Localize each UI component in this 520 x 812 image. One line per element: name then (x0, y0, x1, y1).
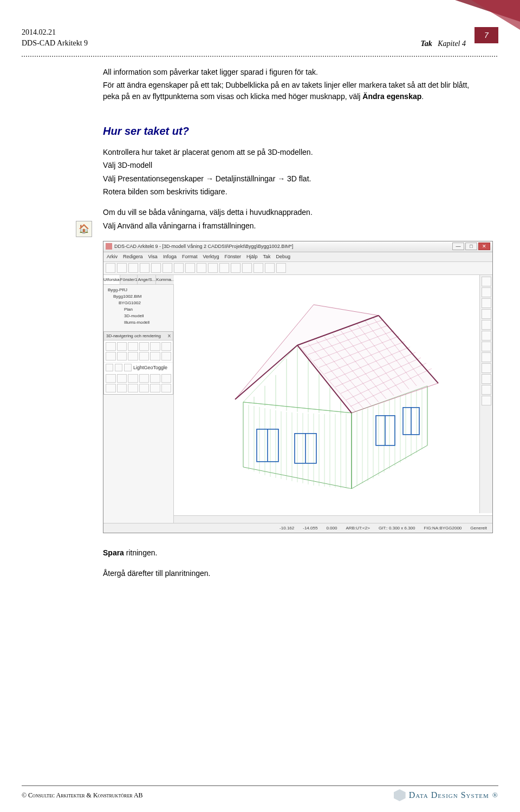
menu-format[interactable]: Format (182, 253, 198, 260)
palette-button[interactable] (139, 342, 150, 351)
palette-button[interactable] (128, 352, 138, 361)
right-toolbar-button[interactable] (482, 309, 491, 319)
right-toolbar-button[interactable] (482, 385, 491, 395)
palette-button[interactable] (150, 374, 160, 383)
tab-ange[interactable]: Ange/S... (138, 275, 156, 284)
palette-button[interactable] (161, 384, 172, 392)
toolbar-button[interactable] (253, 263, 263, 273)
toolbar-button[interactable] (242, 263, 252, 273)
palette-button[interactable] (124, 364, 132, 371)
minimize-button[interactable]: — (452, 243, 464, 250)
maximize-button[interactable]: □ (465, 243, 477, 250)
right-toolbar-button[interactable] (482, 352, 491, 362)
toolbar-button[interactable] (185, 263, 195, 273)
footer-row: © Consultec Arkitekter & Konstruktörer A… (22, 789, 498, 801)
toolbar-button[interactable] (106, 263, 115, 273)
right-toolbar-button[interactable] (482, 374, 491, 384)
tab-fonster[interactable]: Fönster1 (120, 275, 138, 284)
header-row: 2014.02.21 DDS-CAD Arkitekt 9 Tak Kapite… (22, 27, 498, 48)
toolbar-button[interactable] (151, 263, 161, 273)
spara-rest: ritningen. (124, 548, 157, 557)
tree-item[interactable]: Plan (106, 306, 171, 313)
toolbar-button[interactable] (276, 263, 286, 273)
palette-button[interactable] (117, 384, 127, 392)
right-toolbar-button[interactable] (482, 396, 491, 405)
palette-button[interactable] (150, 342, 160, 351)
toolbar-button[interactable] (174, 263, 184, 273)
tree-item[interactable]: 3D-modell (106, 313, 171, 319)
palette-button[interactable] (161, 352, 172, 361)
close-button[interactable]: ✕ (478, 243, 490, 250)
tree-item[interactable]: Bygg-PRJ (106, 287, 171, 293)
left-panel: Utforska Fönster1 Ange/S... Komma... Byg… (103, 275, 174, 523)
right-toolbar-button[interactable] (482, 342, 491, 351)
palette-button[interactable] (115, 364, 122, 371)
menu-visa[interactable]: Visa (148, 253, 158, 260)
palette-button[interactable] (128, 342, 138, 351)
palette-button[interactable] (161, 342, 172, 351)
menu-infoga[interactable]: Infoga (163, 253, 177, 260)
palette-button[interactable] (117, 342, 127, 351)
window-buttons: — □ ✕ (452, 243, 490, 250)
right-toolbar-button[interactable] (482, 287, 491, 297)
toolbar-button[interactable] (197, 263, 206, 273)
app-body: Utforska Fönster1 Ange/S... Komma... Byg… (103, 275, 492, 523)
palette-button[interactable] (117, 352, 127, 361)
palette-button[interactable] (106, 364, 113, 371)
tab-komma[interactable]: Komma... (156, 275, 175, 284)
palette-button[interactable] (117, 374, 127, 383)
palette-button[interactable] (150, 384, 160, 392)
menu-debug[interactable]: Debug (276, 253, 291, 260)
toolbar-button[interactable] (208, 263, 218, 273)
tab-utforska[interactable]: Utforska (103, 275, 120, 284)
palette-title: 3D-navigering och rendering X (104, 332, 173, 341)
palette-button[interactable] (139, 352, 150, 361)
tree-item[interactable]: Bygg1002.BIM (106, 293, 171, 300)
toolbar-button[interactable] (231, 263, 240, 273)
horizontal-scrollbar[interactable] (174, 515, 492, 523)
toolbar-button[interactable] (140, 263, 150, 273)
toolbar-button[interactable] (219, 263, 229, 273)
right-toolbar-button[interactable] (482, 277, 491, 286)
status-fig: FIG:NA:BYGG2000 (424, 525, 462, 532)
p2-c: . (421, 92, 424, 101)
menu-redigera[interactable]: Redigera (123, 253, 143, 260)
tree-item[interactable]: BYGG1002 (106, 300, 171, 306)
status-coord-x: -10.162 (280, 525, 294, 532)
menu-hjalp[interactable]: Hjälp (246, 253, 258, 260)
menu-tak[interactable]: Tak (263, 253, 270, 260)
palette-button[interactable] (150, 352, 160, 361)
toolbar-button[interactable] (265, 263, 275, 273)
palette-close-icon[interactable]: X (168, 333, 171, 339)
paragraph-3: Kontrollera hur taket är placerat genom … (103, 147, 487, 158)
palette-button[interactable] (128, 374, 138, 383)
project-tree: Bygg-PRJ Bygg1002.BIM BYGG1002 Plan 3D-m… (103, 285, 173, 328)
after-screenshot-text: Spara ritningen. Återgå därefter till pl… (103, 547, 487, 579)
svg-line-70 (235, 345, 297, 400)
canvas-3d[interactable] (177, 278, 477, 512)
menu-fonster[interactable]: Fönster (224, 253, 241, 260)
palette-button[interactable] (106, 342, 116, 351)
toolbar-button[interactable] (117, 263, 127, 273)
palette-button[interactable] (128, 384, 138, 392)
house-3d-model (211, 294, 444, 489)
palette-button[interactable] (106, 374, 116, 383)
menu-verktyg[interactable]: Verktyg (203, 253, 219, 260)
tree-item[interactable]: Illums-modell (106, 319, 171, 326)
house-icon: 🏠 (76, 221, 92, 237)
palette-button[interactable] (106, 352, 116, 361)
right-toolbar-button[interactable] (482, 320, 491, 330)
right-toolbar-button[interactable] (482, 331, 491, 340)
palette-button[interactable] (139, 374, 150, 383)
toolbar-button[interactable] (128, 263, 138, 273)
menu-arkiv[interactable]: Arkiv (107, 253, 118, 260)
status-coord-z: 0.000 (326, 525, 337, 532)
palette-button[interactable] (139, 384, 150, 392)
right-toolbar-button[interactable] (482, 298, 491, 308)
right-toolbar-button[interactable] (482, 363, 491, 373)
palette-button[interactable] (106, 384, 116, 392)
header-chapter: Kapitel 4 (438, 40, 466, 48)
header-left: 2014.02.21 DDS-CAD Arkitekt 9 (22, 27, 88, 48)
palette-button[interactable] (161, 374, 172, 383)
toolbar-button[interactable] (162, 263, 172, 273)
